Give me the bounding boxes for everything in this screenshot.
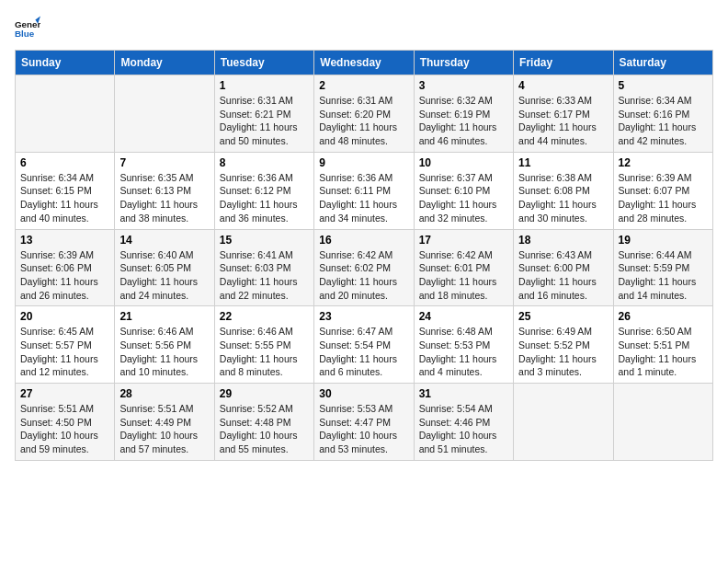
calendar-cell: 14Sunrise: 6:40 AM Sunset: 6:05 PM Dayli… xyxy=(115,229,214,306)
day-number: 20 xyxy=(20,310,109,323)
calendar-cell: 28Sunrise: 5:51 AM Sunset: 4:49 PM Dayli… xyxy=(115,384,214,461)
day-number: 3 xyxy=(419,79,508,92)
day-number: 17 xyxy=(419,234,508,247)
day-number: 2 xyxy=(319,79,408,92)
day-info: Sunrise: 6:34 AM Sunset: 6:16 PM Dayligh… xyxy=(619,94,708,148)
calendar-cell xyxy=(115,75,214,153)
day-info: Sunrise: 6:42 AM Sunset: 6:01 PM Dayligh… xyxy=(419,248,508,303)
day-number: 6 xyxy=(20,156,109,169)
logo: General Blue xyxy=(15,15,44,40)
calendar-cell: 22Sunrise: 6:46 AM Sunset: 5:55 PM Dayli… xyxy=(214,306,313,384)
day-number: 10 xyxy=(419,156,508,169)
header-cell-tuesday: Tuesday xyxy=(214,51,313,75)
calendar-cell: 26Sunrise: 6:50 AM Sunset: 5:51 PM Dayli… xyxy=(613,306,712,384)
week-row-1: 1Sunrise: 6:31 AM Sunset: 6:21 PM Daylig… xyxy=(16,75,713,153)
calendar-cell: 16Sunrise: 6:42 AM Sunset: 6:02 PM Dayli… xyxy=(314,229,414,306)
day-info: Sunrise: 6:49 AM Sunset: 5:52 PM Dayligh… xyxy=(518,325,608,379)
calendar-cell: 11Sunrise: 6:38 AM Sunset: 6:08 PM Dayli… xyxy=(514,152,613,229)
day-number: 31 xyxy=(419,387,508,400)
day-number: 1 xyxy=(220,79,309,92)
calendar-cell: 24Sunrise: 6:48 AM Sunset: 5:53 PM Dayli… xyxy=(414,306,513,384)
day-number: 9 xyxy=(319,156,408,169)
day-info: Sunrise: 6:41 AM Sunset: 6:03 PM Dayligh… xyxy=(220,248,309,303)
calendar-cell: 20Sunrise: 6:45 AM Sunset: 5:57 PM Dayli… xyxy=(16,306,115,384)
day-info: Sunrise: 6:47 AM Sunset: 5:54 PM Dayligh… xyxy=(319,325,408,379)
week-row-2: 6Sunrise: 6:34 AM Sunset: 6:15 PM Daylig… xyxy=(16,152,713,229)
day-info: Sunrise: 6:46 AM Sunset: 5:56 PM Dayligh… xyxy=(119,325,209,379)
calendar-cell: 25Sunrise: 6:49 AM Sunset: 5:52 PM Dayli… xyxy=(514,306,613,384)
svg-text:Blue: Blue xyxy=(15,29,35,39)
week-row-3: 13Sunrise: 6:39 AM Sunset: 6:06 PM Dayli… xyxy=(16,229,713,306)
day-info: Sunrise: 6:43 AM Sunset: 6:00 PM Dayligh… xyxy=(518,248,608,303)
header-cell-thursday: Thursday xyxy=(414,51,513,75)
day-number: 5 xyxy=(619,79,708,92)
day-info: Sunrise: 6:44 AM Sunset: 5:59 PM Dayligh… xyxy=(619,248,708,303)
day-number: 22 xyxy=(220,310,309,323)
day-number: 25 xyxy=(518,310,608,323)
day-info: Sunrise: 6:32 AM Sunset: 6:19 PM Dayligh… xyxy=(419,94,508,148)
day-number: 8 xyxy=(220,156,309,169)
day-number: 23 xyxy=(319,310,408,323)
calendar-cell: 23Sunrise: 6:47 AM Sunset: 5:54 PM Dayli… xyxy=(314,306,414,384)
day-info: Sunrise: 6:33 AM Sunset: 6:17 PM Dayligh… xyxy=(518,94,608,148)
calendar-cell: 7Sunrise: 6:35 AM Sunset: 6:13 PM Daylig… xyxy=(115,152,214,229)
day-info: Sunrise: 6:36 AM Sunset: 6:11 PM Dayligh… xyxy=(319,171,408,225)
calendar-cell: 17Sunrise: 6:42 AM Sunset: 6:01 PM Dayli… xyxy=(414,229,513,306)
calendar-header-row: SundayMondayTuesdayWednesdayThursdayFrid… xyxy=(16,51,713,75)
day-info: Sunrise: 5:51 AM Sunset: 4:49 PM Dayligh… xyxy=(119,402,209,456)
day-info: Sunrise: 6:40 AM Sunset: 6:05 PM Dayligh… xyxy=(119,248,209,303)
header-cell-friday: Friday xyxy=(514,51,613,75)
header-cell-wednesday: Wednesday xyxy=(314,51,414,75)
day-number: 14 xyxy=(119,234,209,247)
day-info: Sunrise: 5:52 AM Sunset: 4:48 PM Dayligh… xyxy=(220,402,309,456)
calendar-cell: 13Sunrise: 6:39 AM Sunset: 6:06 PM Dayli… xyxy=(16,229,115,306)
calendar-cell: 9Sunrise: 6:36 AM Sunset: 6:11 PM Daylig… xyxy=(314,152,414,229)
logo-icon: General Blue xyxy=(15,15,40,40)
day-info: Sunrise: 6:50 AM Sunset: 5:51 PM Dayligh… xyxy=(619,325,708,379)
calendar-cell: 3Sunrise: 6:32 AM Sunset: 6:19 PM Daylig… xyxy=(414,75,513,153)
calendar-cell: 2Sunrise: 6:31 AM Sunset: 6:20 PM Daylig… xyxy=(314,75,414,153)
calendar-cell: 12Sunrise: 6:39 AM Sunset: 6:07 PM Dayli… xyxy=(613,152,712,229)
day-number: 27 xyxy=(20,387,109,400)
day-info: Sunrise: 6:31 AM Sunset: 6:20 PM Dayligh… xyxy=(319,94,408,148)
day-info: Sunrise: 5:53 AM Sunset: 4:47 PM Dayligh… xyxy=(319,402,408,456)
calendar-cell: 27Sunrise: 5:51 AM Sunset: 4:50 PM Dayli… xyxy=(16,384,115,461)
calendar-cell xyxy=(613,384,712,461)
day-info: Sunrise: 6:42 AM Sunset: 6:02 PM Dayligh… xyxy=(319,248,408,303)
calendar-cell: 21Sunrise: 6:46 AM Sunset: 5:56 PM Dayli… xyxy=(115,306,214,384)
day-number: 11 xyxy=(518,156,608,169)
day-number: 4 xyxy=(518,79,608,92)
calendar-cell: 18Sunrise: 6:43 AM Sunset: 6:00 PM Dayli… xyxy=(514,229,613,306)
day-info: Sunrise: 6:37 AM Sunset: 6:10 PM Dayligh… xyxy=(419,171,508,225)
day-info: Sunrise: 6:31 AM Sunset: 6:21 PM Dayligh… xyxy=(220,94,309,148)
calendar-cell: 4Sunrise: 6:33 AM Sunset: 6:17 PM Daylig… xyxy=(514,75,613,153)
day-number: 30 xyxy=(319,387,408,400)
header-cell-saturday: Saturday xyxy=(613,51,712,75)
day-number: 29 xyxy=(220,387,309,400)
day-info: Sunrise: 6:34 AM Sunset: 6:15 PM Dayligh… xyxy=(20,171,109,225)
calendar-cell: 15Sunrise: 6:41 AM Sunset: 6:03 PM Dayli… xyxy=(214,229,313,306)
calendar-cell xyxy=(16,75,115,153)
day-info: Sunrise: 5:51 AM Sunset: 4:50 PM Dayligh… xyxy=(20,402,109,456)
day-info: Sunrise: 6:38 AM Sunset: 6:08 PM Dayligh… xyxy=(518,171,608,225)
day-number: 12 xyxy=(619,156,708,169)
day-info: Sunrise: 5:54 AM Sunset: 4:46 PM Dayligh… xyxy=(419,402,508,456)
day-number: 7 xyxy=(119,156,209,169)
day-number: 21 xyxy=(119,310,209,323)
day-info: Sunrise: 6:39 AM Sunset: 6:07 PM Dayligh… xyxy=(619,171,708,225)
day-number: 19 xyxy=(619,234,708,247)
calendar-cell: 1Sunrise: 6:31 AM Sunset: 6:21 PM Daylig… xyxy=(214,75,313,153)
day-info: Sunrise: 6:46 AM Sunset: 5:55 PM Dayligh… xyxy=(220,325,309,379)
calendar-cell xyxy=(514,384,613,461)
header-cell-monday: Monday xyxy=(115,51,214,75)
calendar-cell: 5Sunrise: 6:34 AM Sunset: 6:16 PM Daylig… xyxy=(613,75,712,153)
day-info: Sunrise: 6:39 AM Sunset: 6:06 PM Dayligh… xyxy=(20,248,109,303)
calendar-body: 1Sunrise: 6:31 AM Sunset: 6:21 PM Daylig… xyxy=(16,75,713,461)
day-number: 13 xyxy=(20,234,109,247)
calendar-cell: 6Sunrise: 6:34 AM Sunset: 6:15 PM Daylig… xyxy=(16,152,115,229)
day-number: 24 xyxy=(419,310,508,323)
calendar-cell: 8Sunrise: 6:36 AM Sunset: 6:12 PM Daylig… xyxy=(214,152,313,229)
day-info: Sunrise: 6:35 AM Sunset: 6:13 PM Dayligh… xyxy=(119,171,209,225)
calendar-cell: 19Sunrise: 6:44 AM Sunset: 5:59 PM Dayli… xyxy=(613,229,712,306)
day-number: 18 xyxy=(518,234,608,247)
